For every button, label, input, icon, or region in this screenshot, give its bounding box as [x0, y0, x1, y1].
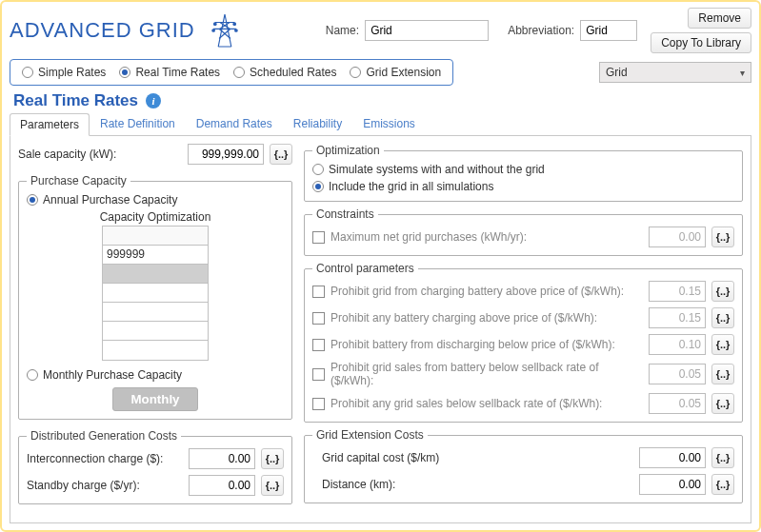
cp-input — [649, 393, 706, 414]
distance-input[interactable] — [639, 474, 706, 495]
name-input[interactable] — [365, 20, 489, 41]
control-parameters-group: Control parameters Prohibit grid from ch… — [304, 262, 743, 423]
cp-input — [649, 334, 706, 355]
cap-grid-header — [103, 227, 208, 246]
interconnection-row: Interconnection charge ($): {..} — [27, 448, 284, 469]
transmission-tower-icon — [209, 12, 241, 49]
radio-icon — [312, 181, 324, 192]
cap-grid-empty-row[interactable] — [103, 322, 208, 341]
grid-extension-legend: Grid Extension Costs — [312, 428, 428, 442]
rate-type-label: Real Time Rates — [135, 66, 220, 79]
remove-button[interactable]: Remove — [688, 8, 751, 29]
header-row: ADVANCED GRID Name: Abbreviation: Remove… — [10, 8, 751, 53]
cp-row-1: Prohibit any battery charging above pric… — [312, 307, 734, 328]
grid-select-dropdown[interactable]: Grid ▾ — [599, 62, 751, 83]
cap-grid-empty-row[interactable] — [103, 303, 208, 322]
constraints-group: Constraints Maximum net grid purchases (… — [304, 207, 743, 256]
capacity-optimization-grid[interactable]: 999999 — [102, 226, 209, 361]
sale-capacity-input[interactable] — [188, 144, 264, 165]
dropdown-selected: Grid — [606, 66, 628, 79]
copy-to-library-button[interactable]: Copy To Library — [651, 32, 751, 53]
cp-checkbox[interactable] — [312, 312, 325, 325]
tab-parameters[interactable]: Parameters — [10, 113, 90, 136]
svg-point-2 — [212, 30, 215, 32]
radio-icon — [312, 164, 324, 175]
name-label: Name: — [326, 24, 359, 37]
svg-point-1 — [233, 23, 236, 26]
standby-input[interactable] — [189, 475, 255, 496]
cp-checkbox[interactable] — [312, 368, 325, 381]
control-parameters-legend: Control parameters — [312, 262, 418, 275]
cap-grid-empty-row[interactable] — [103, 341, 208, 360]
info-icon[interactable]: i — [146, 93, 161, 108]
max-net-label: Maximum net grid purchases (kWh/yr): — [330, 230, 643, 244]
dgc-legend: Distributed Generation Costs — [27, 429, 181, 443]
rate-type-extension[interactable]: Grid Extension — [350, 66, 441, 79]
max-net-sensitivity-button[interactable]: {..} — [711, 227, 734, 247]
radio-icon — [233, 67, 245, 78]
cap-grid-empty-row[interactable] — [103, 284, 208, 303]
interconnection-sensitivity-button[interactable]: {..} — [261, 448, 284, 469]
section-title: Real Time Rates — [13, 91, 138, 110]
cp-sensitivity-button[interactable]: {..} — [711, 393, 734, 414]
cp-sensitivity-button[interactable]: {..} — [711, 307, 734, 328]
cp-sensitivity-button[interactable]: {..} — [711, 334, 734, 355]
cp-sensitivity-button[interactable]: {..} — [711, 281, 734, 302]
rate-type-label: Scheduled Rates — [250, 66, 336, 79]
sale-capacity-sensitivity-button[interactable]: {..} — [270, 144, 292, 165]
sale-capacity-row: Sale capacity (kW): {..} — [18, 144, 292, 165]
svg-point-0 — [213, 23, 216, 26]
cp-sensitivity-button[interactable]: {..} — [711, 364, 734, 384]
standby-label: Standby charge ($/yr): — [27, 479, 183, 492]
tabs: Parameters Rate Definition Demand Rates … — [10, 112, 751, 136]
cp-row-3: Prohibit grid sales from battery below s… — [312, 361, 734, 387]
standby-row: Standby charge ($/yr): {..} — [27, 475, 284, 496]
opt-simulate-radio[interactable]: Simulate systems with and without the gr… — [312, 163, 734, 176]
grid-capital-label: Grid capital cost ($/km) — [312, 451, 633, 464]
tab-emissions[interactable]: Emissions — [352, 112, 426, 135]
right-column: Optimization Simulate systems with and w… — [304, 144, 743, 515]
header-buttons: Remove Copy To Library — [651, 8, 751, 53]
window: ADVANCED GRID Name: Abbreviation: Remove… — [0, 0, 761, 532]
interconnection-input[interactable] — [189, 448, 255, 469]
cp-input — [649, 307, 706, 328]
distributed-generation-costs-group: Distributed Generation Costs Interconnec… — [18, 429, 292, 504]
radio-icon — [27, 369, 38, 381]
cp-checkbox[interactable] — [312, 286, 325, 298]
cp-row-4: Prohibit any grid sales below sellback r… — [312, 393, 734, 414]
max-net-purchases-row: Maximum net grid purchases (kWh/yr): {..… — [312, 227, 734, 247]
monthly-purchase-radio[interactable]: Monthly Purchase Capacity — [27, 368, 284, 382]
standby-sensitivity-button[interactable]: {..} — [261, 475, 284, 496]
grid-capital-sensitivity-button[interactable]: {..} — [711, 447, 734, 468]
cp-row-2: Prohibit battery from discharging below … — [312, 334, 734, 355]
rate-type-realtime[interactable]: Real Time Rates — [119, 66, 220, 79]
cp-checkbox[interactable] — [312, 339, 325, 351]
annual-purchase-label: Annual Purchase Capacity — [43, 193, 177, 207]
annual-purchase-radio[interactable]: Annual Purchase Capacity — [27, 193, 284, 207]
radio-icon — [27, 194, 38, 206]
tab-reliability[interactable]: Reliability — [283, 112, 352, 135]
rate-type-simple[interactable]: Simple Rates — [22, 66, 106, 79]
cap-grid-selected-row[interactable] — [103, 265, 208, 284]
cp-label: Prohibit grid sales from battery below s… — [330, 361, 643, 387]
distance-sensitivity-button[interactable]: {..} — [711, 474, 734, 495]
sale-capacity-label: Sale capacity (kW): — [18, 148, 182, 161]
radio-icon — [119, 67, 130, 78]
cp-checkbox[interactable] — [312, 398, 325, 410]
distance-row: Distance (km): {..} — [312, 474, 734, 495]
cp-input — [649, 281, 706, 302]
cap-grid-value[interactable]: 999999 — [103, 246, 208, 265]
abbreviation-input[interactable] — [580, 20, 637, 41]
radio-icon — [350, 67, 361, 78]
radio-icon — [22, 67, 33, 78]
grid-capital-input[interactable] — [639, 447, 706, 468]
second-row: Simple Rates Real Time Rates Scheduled R… — [10, 59, 751, 86]
max-net-checkbox[interactable] — [312, 231, 325, 244]
max-net-input — [649, 227, 706, 247]
rate-type-scheduled[interactable]: Scheduled Rates — [233, 66, 336, 79]
tab-rate-definition[interactable]: Rate Definition — [90, 112, 186, 135]
header-fields: Name: Abbreviation: — [326, 20, 637, 41]
tab-demand-rates[interactable]: Demand Rates — [186, 112, 283, 135]
opt-include-radio[interactable]: Include the grid in all simulations — [312, 180, 734, 193]
cp-label: Prohibit any battery charging above pric… — [330, 311, 643, 325]
